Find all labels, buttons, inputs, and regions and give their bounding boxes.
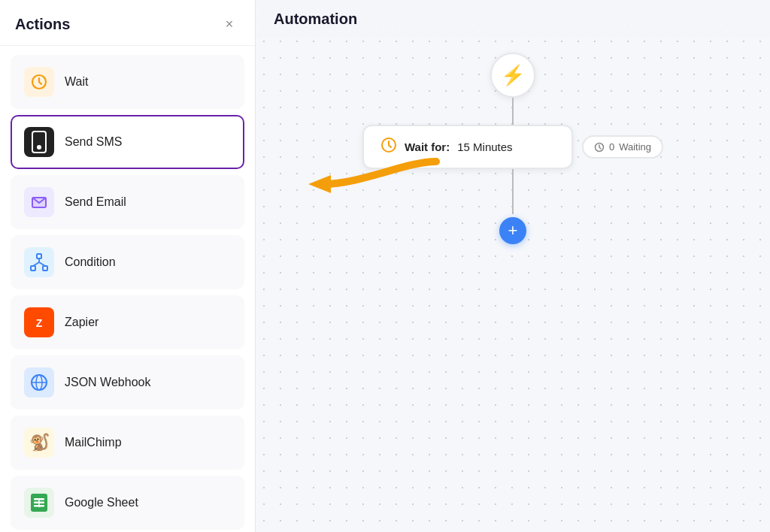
wait-node[interactable]: Wait for: 15 Minutes [362,125,573,169]
svg-rect-4 [31,266,35,271]
send-email-label: Send Email [65,195,126,209]
action-item-condition[interactable]: Condition [11,235,244,289]
sidebar-header: Actions × [0,0,255,46]
zapier-icon: Z [24,307,54,337]
trigger-node[interactable]: ⚡ [490,53,535,98]
sidebar-title: Actions [15,16,70,33]
action-item-send-email[interactable]: Send Email [11,175,244,229]
wait-node-wrapper: Wait for: 15 Minutes 0 Waiting [362,125,663,169]
action-item-google-sheet[interactable]: Google Sheet [11,476,244,530]
connector-line-1 [512,98,514,125]
action-item-json-webhook[interactable]: JSON Webhook [11,355,244,410]
page-title: Automation [256,0,770,38]
google-sheet-label: Google Sheet [65,496,138,509]
zapier-label: Zapier [65,316,99,329]
wait-label-bold: Wait for: [405,141,450,153]
automation-canvas: Automation ⚡ Wait for: 15 Minutes [256,0,770,532]
condition-label: Condition [65,255,116,269]
wait-label-value: 15 Minutes [457,141,512,153]
add-step-button[interactable]: + [499,217,526,244]
json-webhook-label: JSON Webhook [65,376,150,389]
send-sms-label: Send SMS [65,135,122,149]
email-icon [24,187,54,217]
svg-text:Z: Z [36,317,43,329]
wait-label: Wait [65,75,88,89]
actions-sidebar: Actions × Wait Send SMS [0,0,256,532]
action-item-zapier[interactable]: Z Zapier [11,295,244,349]
svg-line-8 [39,262,45,266]
clock-small-icon [594,142,605,153]
mailchimp-label: MailChimp [65,436,122,449]
mailchimp-icon: 🐒 [24,428,54,458]
waiting-label: Waiting [619,141,651,153]
sms-icon [24,127,54,157]
waiting-count: 0 [609,141,614,153]
action-item-send-sms[interactable]: Send SMS [11,115,244,169]
actions-list: Wait Send SMS Send Email [0,46,255,532]
svg-rect-5 [43,266,47,271]
svg-line-7 [33,262,39,266]
trigger-icon: ⚡ [501,64,525,87]
webhook-icon [24,367,54,397]
action-item-mailchimp[interactable]: 🐒 MailChimp [11,416,244,470]
wait-clock-icon [380,137,397,157]
wait-icon [24,67,54,97]
close-button[interactable]: × [219,14,240,35]
action-item-wait[interactable]: Wait [11,55,244,109]
condition-icon [24,247,54,277]
waiting-badge: 0 Waiting [582,135,663,159]
svg-rect-3 [37,254,41,258]
gsheet-icon [24,488,54,518]
canvas-area: ⚡ Wait for: 15 Minutes [256,38,770,532]
connector-line-2 [512,169,514,214]
